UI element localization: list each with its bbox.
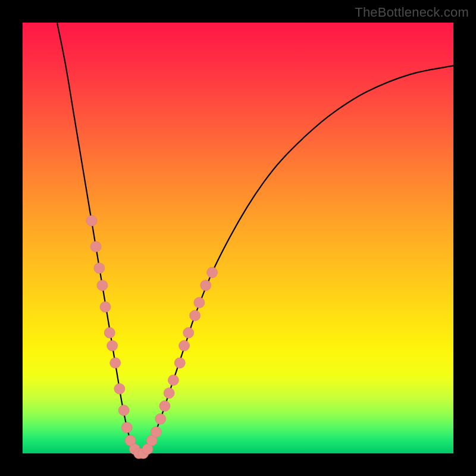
- chart-marker: [151, 427, 161, 437]
- chart-marker: [179, 340, 190, 351]
- chart-marker: [118, 405, 129, 416]
- watermark-text: TheBottleneck.com: [355, 5, 469, 20]
- chart-marker: [159, 400, 170, 411]
- chart-marker: [168, 375, 178, 386]
- chart-marker: [201, 280, 211, 291]
- chart-marker: [86, 215, 97, 226]
- chart-marker: [194, 298, 205, 308]
- chart-marker: [207, 267, 218, 278]
- chart-frame: TheBottleneck.com: [0, 0, 476, 476]
- chart-marker: [114, 383, 125, 394]
- marker-group: [86, 215, 218, 459]
- chart-marker: [110, 358, 121, 368]
- chart-marker: [155, 414, 166, 424]
- chart-marker: [121, 422, 132, 433]
- chart-marker: [190, 310, 201, 321]
- chart-marker: [104, 327, 115, 338]
- chart-marker: [174, 358, 185, 368]
- chart-marker: [100, 302, 111, 312]
- chart-marker: [94, 263, 105, 274]
- plot-area: [23, 23, 453, 453]
- chart-marker: [97, 280, 108, 291]
- chart-marker: [164, 388, 174, 399]
- chart-marker: [183, 327, 194, 338]
- chart-svg: [23, 23, 453, 453]
- chart-marker: [90, 241, 101, 252]
- chart-marker: [107, 340, 118, 351]
